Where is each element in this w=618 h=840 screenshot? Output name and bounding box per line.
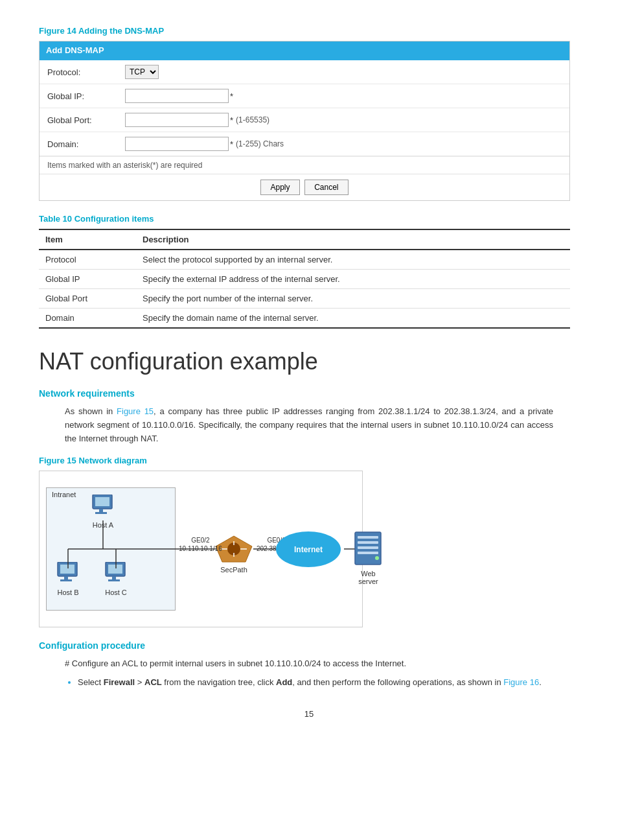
host-a-group: Host A <box>90 495 116 529</box>
global-port-input[interactable] <box>125 113 229 127</box>
dns-map-header: Add DNS-MAP <box>40 41 569 59</box>
domain-row: Domain: * (1-255) Chars <box>40 132 569 156</box>
intranet-label: Intranet <box>52 491 76 498</box>
figure14-caption: Figure 14 Adding the DNS-MAP <box>39 26 579 36</box>
table-row: Protocol Select the protocol supported b… <box>39 250 570 270</box>
network-requirements-text: As shown in Figure 15, a company has thr… <box>65 405 553 445</box>
table-row: Domain Specify the domain name of the in… <box>39 309 570 329</box>
secpath-label: SecPath <box>214 566 253 574</box>
ge02-label: GE0/2 <box>179 536 222 544</box>
host-b-group: Host B <box>55 562 81 596</box>
webserver-group: Web server <box>354 531 383 585</box>
bullet1-pre: Select <box>78 677 104 687</box>
domain-input[interactable] <box>125 137 229 151</box>
network-requirements-heading: Network requirements <box>39 388 579 399</box>
svg-rect-11 <box>108 565 122 574</box>
host-a-label: Host A <box>90 521 116 529</box>
host-c-icon <box>103 562 129 588</box>
bullet1-bold3: Add <box>276 677 292 687</box>
global-port-hint: (1-65535) <box>236 115 269 124</box>
svg-rect-7 <box>60 565 74 574</box>
bullet1-figure-link[interactable]: Figure 16 <box>503 677 539 687</box>
domain-hint: (1-255) Chars <box>236 139 284 148</box>
svg-rect-27 <box>358 541 378 544</box>
host-a-icon <box>90 495 116 520</box>
bullet1-bold2: ACL <box>144 677 162 687</box>
bullet1-post2: , and then perform the following operati… <box>292 677 503 687</box>
diagram-inner: Intranet Host A Host B <box>46 478 356 620</box>
ge02-label-group: GE0/2 10.110.10.1/16 <box>179 536 222 553</box>
ge02-ip: 10.110.10.1/16 <box>179 544 222 553</box>
nat-section-heading: NAT configuration example <box>39 348 579 375</box>
diagram-container: Intranet Host A Host B <box>39 471 363 627</box>
svg-rect-29 <box>358 552 378 554</box>
svg-rect-28 <box>358 546 378 549</box>
config-procedure-heading: Configuration procedure <box>39 640 579 651</box>
row2-item: Global IP <box>39 270 136 289</box>
row3-desc: Specify the port number of the internal … <box>136 289 570 309</box>
host-c-label: Host C <box>103 589 129 596</box>
svg-rect-5 <box>64 576 68 579</box>
bullet-item-1: Select Firewall > ACL from the navigatio… <box>78 676 553 690</box>
cancel-button[interactable]: Cancel <box>304 180 348 195</box>
svg-rect-3 <box>95 497 109 506</box>
bullet1-end: . <box>539 677 542 687</box>
col-item: Item <box>39 229 136 250</box>
row1-desc: Select the protocol supported by an inte… <box>136 250 570 270</box>
step1-text: # Configure an ACL to permit internal us… <box>65 657 553 671</box>
row4-item: Domain <box>39 309 136 329</box>
domain-asterisk: * <box>230 139 233 149</box>
webserver-label: Web server <box>354 570 383 585</box>
bullet-list: Select Firewall > ACL from the navigatio… <box>78 676 553 690</box>
row2-desc: Specify the external IP address of the i… <box>136 270 570 289</box>
bullet1-sep: > <box>135 677 144 687</box>
global-port-label: Global Port: <box>47 115 125 125</box>
row4-desc: Specify the domain name of the internal … <box>136 309 570 329</box>
row1-item: Protocol <box>39 250 136 270</box>
svg-rect-6 <box>60 579 72 581</box>
table-row: Global Port Specify the port number of t… <box>39 289 570 309</box>
table-header-row: Item Description <box>39 229 570 250</box>
global-ip-asterisk: * <box>230 91 233 101</box>
col-description: Description <box>136 229 570 250</box>
row3-item: Global Port <box>39 289 136 309</box>
required-note: Items marked with an asterisk(*) are req… <box>40 156 569 174</box>
global-port-asterisk: * <box>230 115 233 125</box>
svg-point-30 <box>375 556 379 560</box>
global-port-row: Global Port: * (1-65535) <box>40 108 569 132</box>
table-row: Global IP Specify the external IP addres… <box>39 270 570 289</box>
protocol-row: Protocol: TCP UDP <box>40 60 569 84</box>
protocol-label: Protocol: <box>47 67 125 77</box>
svg-rect-26 <box>358 536 378 539</box>
host-b-icon <box>55 562 81 588</box>
table10-caption: Table 10 Configuration items <box>39 214 579 224</box>
host-c-group: Host C <box>103 562 129 596</box>
domain-label: Domain: <box>47 139 125 149</box>
global-ip-label: Global IP: <box>47 91 125 101</box>
bullet1-post: from the navigation tree, click <box>162 677 276 687</box>
svg-rect-2 <box>95 512 107 514</box>
svg-rect-9 <box>112 576 116 579</box>
form-buttons: Apply Cancel <box>40 174 569 200</box>
figure15-link[interactable]: Figure 15 <box>117 406 154 416</box>
host-b-label: Host B <box>55 589 81 596</box>
page-number: 15 <box>39 709 579 719</box>
svg-rect-10 <box>108 579 120 581</box>
dns-map-body: Protocol: TCP UDP Global IP: * Global Po… <box>40 59 569 200</box>
apply-button[interactable]: Apply <box>260 180 299 195</box>
dns-map-container: Add DNS-MAP Protocol: TCP UDP Global IP:… <box>39 41 570 201</box>
webserver-icon <box>354 531 383 566</box>
global-ip-row: Global IP: * <box>40 84 569 108</box>
internet-cloud: Internet <box>276 531 341 567</box>
global-ip-input[interactable] <box>125 89 229 103</box>
protocol-select[interactable]: TCP UDP <box>125 65 159 79</box>
figure15-caption: Figure 15 Network diagram <box>39 456 579 465</box>
svg-rect-1 <box>99 509 103 512</box>
bullet1-bold1: Firewall <box>104 677 135 687</box>
config-table: Item Description Protocol Select the pro… <box>39 229 570 329</box>
